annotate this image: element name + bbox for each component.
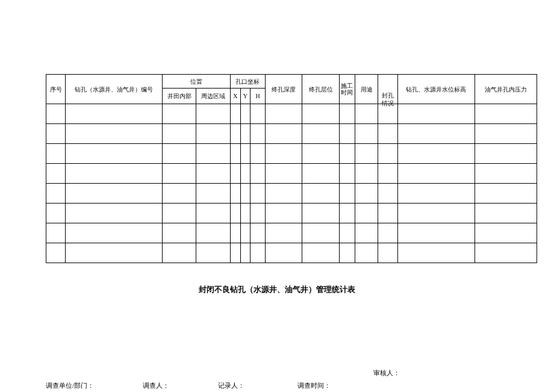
table-row [46, 223, 537, 243]
table-row [46, 144, 537, 164]
investigator-label: 调查人： [143, 382, 169, 389]
document-title: 封闭不良钻孔（水源井、油气井）管理统计表 [0, 284, 554, 295]
th-coord: 孔口坐标 [230, 75, 265, 89]
th-depth: 终孔深度 [265, 75, 302, 104]
borehole-table: 序号 钻孔（水源井、油气井）编号 位置 孔口坐标 终孔深度 终孔层位 施工时间 … [46, 74, 537, 263]
reviewer-label: 审核人： [373, 369, 400, 376]
unit-label: 调查单位/部门： [46, 382, 94, 389]
table-row [46, 104, 537, 124]
th-time: 施工时间 [340, 75, 355, 104]
th-position: 位置 [162, 75, 230, 89]
th-coord-h: H [251, 89, 265, 104]
th-seal: 封孔情况 [378, 75, 397, 104]
th-layer: 终孔层位 [302, 75, 340, 104]
th-position-outer: 周边区域 [196, 89, 231, 104]
th-water-level: 钻孔、水源井水位标高 [397, 75, 475, 104]
table-row [46, 124, 537, 144]
data-table-container: 序号 钻孔（水源井、油气井）编号 位置 孔口坐标 终孔深度 终孔层位 施工时间 … [46, 74, 537, 263]
table-row [46, 184, 537, 204]
recorder-label: 记录人： [218, 382, 244, 389]
th-coord-x: X [230, 89, 240, 104]
reviewer-field: 审核人： [373, 369, 400, 378]
th-coord-y: Y [240, 89, 251, 104]
table-row [46, 164, 537, 184]
table-row [46, 243, 537, 263]
invest-time-label: 调查时间： [297, 382, 331, 389]
table-row [46, 204, 537, 223]
th-drill-no: 钻孔（水源井、油气井）编号 [66, 75, 163, 104]
th-position-inner: 井田内部 [162, 89, 196, 104]
th-pressure: 油气井孔内压力 [475, 75, 537, 104]
th-seq: 序号 [46, 75, 66, 104]
footer-row: 调查单位/部门： 调查人： 记录人： 调查时间： [46, 381, 537, 390]
th-use: 用途 [355, 75, 378, 104]
